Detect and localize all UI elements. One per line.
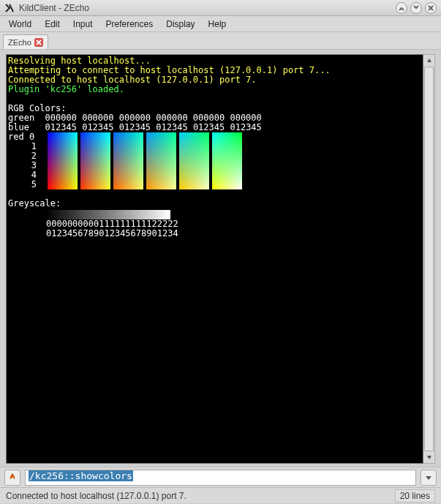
rgb-block: [48, 132, 78, 189]
menu-world[interactable]: World: [3, 18, 37, 31]
menu-edit[interactable]: Edit: [39, 18, 66, 31]
statusbar: Connected to host localhost (127.0.0.1) …: [0, 487, 441, 503]
app-icon: [4, 3, 15, 13]
tabbar: ZEcho: [0, 32, 441, 50]
status-lines: 20 lines: [395, 489, 435, 503]
input-row: /kc256::showcolors: [0, 467, 441, 487]
send-button[interactable]: [4, 470, 20, 486]
tab-close-icon[interactable]: [34, 38, 43, 47]
scroll-down-icon[interactable]: [423, 451, 434, 463]
titlebar: KildClient - ZEcho: [0, 0, 441, 16]
scrollbar[interactable]: [423, 54, 435, 464]
term-line: Plugin 'kc256' loaded.: [8, 85, 421, 94]
status-left: Connected to host localhost (127.0.0.1) …: [6, 491, 186, 501]
menu-help[interactable]: Help: [203, 18, 233, 31]
rgb-block: [113, 132, 143, 189]
rgb-block: [179, 132, 209, 189]
term-line: blue 012345 012345 012345 012345 012345 …: [8, 123, 421, 132]
menubar: World Edit Input Preferences Display Hel…: [0, 16, 441, 32]
command-text: /kc256::showcolors: [29, 470, 133, 481]
history-dropdown[interactable]: [421, 470, 437, 486]
scroll-track[interactable]: [423, 67, 434, 451]
close-button[interactable]: [425, 2, 437, 14]
tab-label: ZEcho: [8, 38, 31, 47]
term-line: 0123456789012345678901234: [46, 229, 421, 238]
menu-input[interactable]: Input: [67, 18, 99, 31]
scroll-thumb[interactable]: [424, 67, 434, 451]
terminal[interactable]: Resolving host localhost... Attempting t…: [6, 54, 423, 464]
rgb-block: [80, 132, 110, 189]
rgb-block: [146, 132, 176, 189]
tab-zecho[interactable]: ZEcho: [3, 34, 48, 49]
maximize-button[interactable]: [410, 2, 422, 14]
rgb-color-grid: [48, 132, 242, 189]
term-red-col: red 0 1 2 3 4 5: [8, 132, 48, 189]
window-title: KildClient - ZEcho: [19, 3, 89, 13]
terminal-area: Resolving host localhost... Attempting t…: [0, 50, 441, 467]
command-input[interactable]: /kc256::showcolors: [25, 470, 416, 486]
minimize-button[interactable]: [396, 2, 407, 14]
menu-display[interactable]: Display: [160, 18, 200, 31]
menu-preferences[interactable]: Preferences: [100, 18, 159, 31]
scroll-up-icon[interactable]: [423, 55, 434, 67]
rgb-block: [212, 132, 242, 189]
term-grey-header: Greyscale:: [8, 199, 421, 208]
